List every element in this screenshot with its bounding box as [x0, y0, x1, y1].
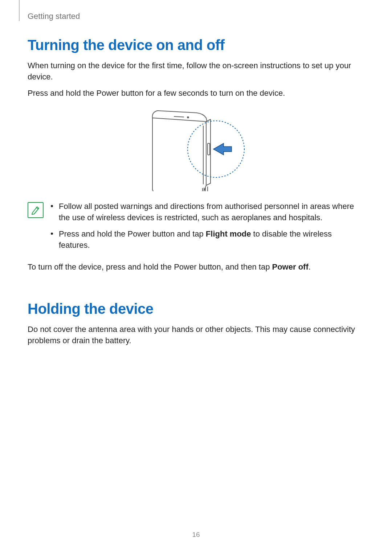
note-bullet-1: Follow all posted warnings and direction…: [51, 201, 361, 223]
page-number: 16: [0, 531, 392, 539]
bullet-dot-icon: [51, 233, 53, 235]
power-button-figure: [28, 107, 364, 191]
holding-paragraph: Do not cover the antenna area with your …: [28, 324, 364, 346]
svg-rect-2: [208, 143, 210, 155]
power-off-paragraph: To turn off the device, press and hold t…: [28, 261, 364, 272]
note-bullet-2-text: Press and hold the Power button and tap …: [59, 228, 361, 251]
page-content: Turning the device on and off When turni…: [0, 0, 392, 346]
svg-line-0: [174, 116, 184, 117]
bullet-dot-icon: [51, 205, 53, 207]
section-title-power: Turning the device on and off: [28, 37, 364, 53]
note-icon: [28, 202, 44, 218]
page-margin-rule: [19, 0, 20, 21]
note-block: Follow all posted warnings and direction…: [28, 201, 364, 256]
intro-paragraph-2: Press and hold the Power button for a fe…: [28, 87, 364, 99]
intro-paragraph-1: When turning on the device for the first…: [28, 60, 364, 82]
svg-point-1: [187, 116, 189, 118]
note-bullet-1-text: Follow all posted warnings and direction…: [59, 201, 361, 223]
section-title-holding: Holding the device: [28, 301, 364, 317]
note-bullet-2: Press and hold the Power button and tap …: [51, 228, 361, 251]
chapter-header: Getting started: [28, 12, 80, 21]
svg-marker-9: [213, 143, 232, 155]
